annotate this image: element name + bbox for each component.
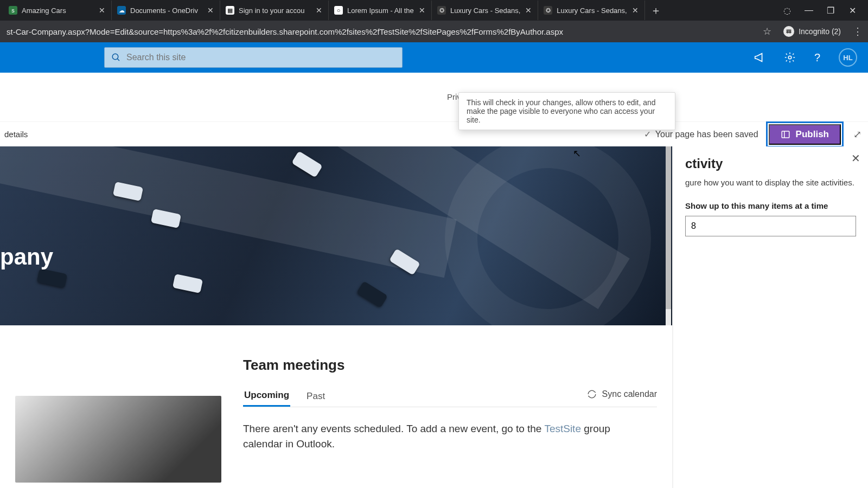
browser-tab[interactable]: ✪ Luxury Cars - Sedans, ✕ bbox=[538, 1, 644, 20]
browser-tabstrip: s Amazing Cars ✕ ☁ Documents - OneDriv ✕… bbox=[0, 0, 868, 21]
property-pane: ✕ ctivity gure how you want to display t… bbox=[673, 146, 868, 488]
publish-button[interactable]: Publish bbox=[769, 124, 841, 145]
browser-tab[interactable]: ○ Lorem Ipsum - All the ✕ bbox=[329, 1, 432, 20]
user-avatar[interactable]: HL bbox=[839, 48, 857, 67]
window-restore-icon[interactable]: ❐ bbox=[826, 5, 835, 15]
image-webpart[interactable] bbox=[15, 396, 221, 483]
events-empty-message: There aren't any events scheduled. To ad… bbox=[243, 421, 612, 451]
incognito-label: Incognito (2) bbox=[799, 27, 841, 36]
hero-title[interactable]: pany bbox=[0, 244, 53, 270]
browser-omnibar: st-Car-Company.aspx?Mode=Edit&source=htt… bbox=[0, 21, 868, 42]
site-header: Priv bbox=[0, 73, 868, 121]
sync-label: Sync calendar bbox=[602, 389, 657, 399]
search-icon bbox=[111, 53, 121, 62]
settings-gear-icon[interactable] bbox=[784, 52, 796, 63]
tab-title: Documents - OneDriv bbox=[130, 7, 202, 15]
tab-title: Sign in to your accou bbox=[239, 7, 311, 15]
property-pane-close-icon[interactable]: ✕ bbox=[848, 149, 864, 168]
tab-favicon: ✪ bbox=[437, 6, 446, 15]
saved-label: Your page has been saved bbox=[655, 130, 758, 139]
canvas-scrollbar-thumb[interactable] bbox=[666, 146, 671, 309]
tab-close-icon[interactable]: ✕ bbox=[315, 7, 323, 14]
app-bar: ? HL bbox=[0, 42, 868, 73]
checkmark-icon: ✓ bbox=[644, 129, 651, 139]
svg-point-0 bbox=[787, 31, 789, 34]
publish-icon bbox=[781, 130, 790, 139]
items-count-label: Show up to this many items at a time bbox=[685, 201, 856, 210]
tab-title: Amazing Cars bbox=[22, 7, 94, 15]
incognito-indicator[interactable]: Incognito (2) bbox=[783, 26, 841, 37]
page-saved-status: ✓ Your page has been saved bbox=[644, 129, 758, 139]
browser-menu-icon[interactable]: ⋮ bbox=[853, 25, 863, 37]
browser-tab[interactable]: s Amazing Cars ✕ bbox=[3, 1, 112, 20]
svg-point-1 bbox=[789, 31, 792, 34]
site-search-input[interactable] bbox=[126, 53, 395, 62]
megaphone-icon[interactable] bbox=[754, 52, 765, 63]
browser-tab[interactable]: ✪ Luxury Cars - Sedans, ✕ bbox=[432, 1, 538, 20]
url-text[interactable]: st-Car-Company.aspx?Mode=Edit&source=htt… bbox=[5, 27, 756, 36]
svg-point-5 bbox=[788, 56, 792, 59]
tab-close-icon[interactable]: ✕ bbox=[525, 7, 532, 14]
events-tab-past[interactable]: Past bbox=[305, 387, 326, 406]
new-tab-button[interactable]: ＋ bbox=[648, 3, 663, 18]
bookmark-star-icon[interactable]: ☆ bbox=[763, 25, 771, 37]
svg-rect-2 bbox=[787, 30, 792, 31]
page-canvas: pany Team meetings Upcoming Past Sync ca… bbox=[0, 146, 673, 488]
help-icon[interactable]: ? bbox=[814, 52, 820, 64]
publish-highlight: Publish bbox=[766, 121, 844, 147]
tab-close-icon[interactable]: ✕ bbox=[98, 7, 106, 14]
tab-title: Luxury Cars - Sedans, bbox=[557, 7, 627, 15]
property-pane-title: ctivity bbox=[685, 156, 856, 171]
property-pane-description: gure how you want to display the site ac… bbox=[685, 178, 856, 187]
events-tab-upcoming[interactable]: Upcoming bbox=[243, 386, 290, 407]
refresh-icon bbox=[587, 389, 597, 399]
publish-tooltip: This will check in your changes, allow o… bbox=[458, 92, 675, 130]
publish-label: Publish bbox=[796, 129, 829, 140]
incognito-icon bbox=[783, 26, 794, 37]
events-webpart[interactable]: Team meetings Upcoming Past Sync calenda… bbox=[243, 342, 657, 483]
tab-favicon: ✪ bbox=[544, 6, 552, 15]
hero-banner[interactable]: pany bbox=[0, 146, 672, 325]
window-close-icon[interactable]: ✕ bbox=[847, 5, 857, 15]
testsite-link[interactable]: TestSite bbox=[544, 423, 581, 434]
tab-close-icon[interactable]: ✕ bbox=[418, 7, 426, 14]
svg-rect-6 bbox=[782, 131, 789, 138]
events-title: Team meetings bbox=[243, 357, 657, 374]
expand-icon[interactable]: ⤢ bbox=[851, 126, 864, 143]
tab-favicon: ▦ bbox=[226, 6, 234, 15]
tab-close-icon[interactable]: ✕ bbox=[207, 7, 214, 14]
site-search[interactable] bbox=[104, 47, 403, 68]
tab-favicon: ○ bbox=[334, 6, 343, 15]
items-count-input[interactable] bbox=[685, 216, 856, 236]
tab-title: Luxury Cars - Sedans, bbox=[450, 7, 520, 15]
tab-title: Lorem Ipsum - All the bbox=[347, 7, 414, 15]
tab-favicon: s bbox=[9, 6, 17, 15]
window-minimize-icon[interactable]: — bbox=[804, 5, 814, 15]
sync-calendar-button[interactable]: Sync calendar bbox=[587, 389, 657, 399]
svg-line-4 bbox=[117, 59, 119, 61]
svg-point-3 bbox=[112, 54, 118, 60]
page-details-button[interactable]: details bbox=[4, 130, 28, 139]
tab-favicon: ☁ bbox=[117, 6, 126, 15]
browser-tab[interactable]: ☁ Documents - OneDriv ✕ bbox=[112, 1, 220, 20]
page-body: pany Team meetings Upcoming Past Sync ca… bbox=[0, 146, 868, 488]
page-command-bar: details ✓ Your page has been saved Publi… bbox=[0, 121, 868, 146]
account-dot-icon[interactable]: ◌ bbox=[782, 5, 792, 15]
window-controls: ◌ — ❐ ✕ bbox=[782, 5, 865, 15]
tab-close-icon[interactable]: ✕ bbox=[631, 7, 639, 14]
browser-tab[interactable]: ▦ Sign in to your accou ✕ bbox=[220, 1, 329, 20]
